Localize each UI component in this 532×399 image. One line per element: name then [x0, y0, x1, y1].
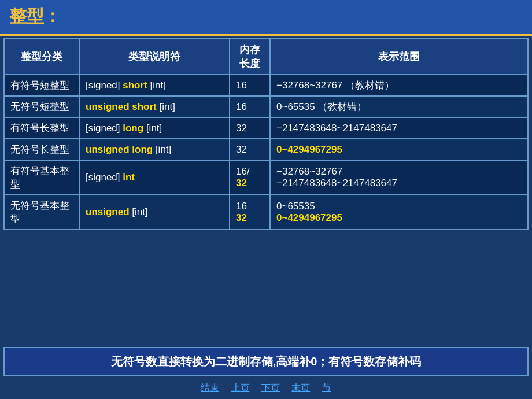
cell-bits: 1632 [230, 195, 270, 230]
cell-bits: 16 [230, 75, 270, 96]
cell-bits: 16/32 [230, 160, 270, 195]
cell-range: 0~4294967295 [270, 139, 528, 160]
table-row: 无符号基本整型 unsigned [int] 1632 0~65535 0~42… [4, 195, 528, 230]
table-row: 有符号短整型 [signed] short [int] 16 −32768~32… [4, 75, 528, 96]
table-header-row: 整型分类 类型说明符 内存长度 表示范围 [4, 39, 528, 75]
cell-category: 有符号基本整型 [4, 160, 79, 195]
cell-category: 有符号长整型 [4, 117, 79, 139]
cell-bits: 16 [230, 96, 270, 117]
cell-type: [signed] short [int] [79, 75, 230, 96]
col-header-type: 类型说明符 [79, 39, 230, 75]
cell-bits: 32 [230, 117, 270, 139]
cell-category: 无符号基本整型 [4, 195, 79, 230]
col-header-category: 整型分类 [4, 39, 79, 75]
cell-range: −2147483648~2147483647 [270, 117, 528, 139]
nav-end[interactable]: 结束 [201, 383, 219, 393]
nav-section[interactable]: 节 [322, 383, 331, 393]
cell-range: −32768~32767 （教材错） [270, 75, 528, 96]
main-content: 整型分类 类型说明符 内存长度 表示范围 有符号短整型 [signed] sho… [0, 36, 532, 399]
cell-type: unsigned short [int] [79, 96, 230, 117]
cell-category: 有符号短整型 [4, 75, 79, 96]
nav-next[interactable]: 下页 [261, 383, 280, 393]
cell-type: [signed] long [int] [79, 117, 230, 139]
title-bar: 整型： [0, 0, 532, 36]
cell-range: −32768~32767 −2147483648~2147483647 [270, 160, 528, 195]
nav-bar: 结束 上页 下页 末页 节 [0, 379, 532, 399]
cell-type: [signed] int [79, 160, 230, 195]
cell-type: unsigned [int] [79, 195, 230, 230]
bottom-note-text: 无符号数直接转换为二进制存储,高端补0；有符号数存储补码 [111, 355, 422, 368]
cell-type: unsigned long [int] [79, 139, 230, 160]
cell-category: 无符号短整型 [4, 96, 79, 117]
cell-range: 0~65535 （教材错） [270, 96, 528, 117]
nav-prev[interactable]: 上页 [231, 383, 250, 393]
table-row: 有符号基本整型 [signed] int 16/32 −32768~32767 … [4, 160, 528, 195]
cell-category: 无符号长整型 [4, 139, 79, 160]
table-row: 无符号长整型 unsigned long [int] 32 0~42949672… [4, 139, 528, 160]
col-header-bits: 内存长度 [230, 39, 270, 75]
app: 整型： 整型分类 类型说明符 内存长度 表示范围 [0, 0, 532, 399]
table-row: 有符号长整型 [signed] long [int] 32 −214748364… [4, 117, 528, 139]
col-header-range: 表示范围 [270, 39, 528, 75]
cell-bits: 32 [230, 139, 270, 160]
nav-last[interactable]: 末页 [291, 383, 310, 393]
page-title: 整型： [9, 6, 61, 25]
table-row: 无符号短整型 unsigned short [int] 16 0~65535 （… [4, 96, 528, 117]
cell-range: 0~65535 0~4294967295 [270, 195, 528, 230]
bottom-note: 无符号数直接转换为二进制存储,高端补0；有符号数存储补码 [3, 347, 529, 376]
integer-types-table: 整型分类 类型说明符 内存长度 表示范围 有符号短整型 [signed] sho… [3, 38, 529, 230]
table-container: 整型分类 类型说明符 内存长度 表示范围 有符号短整型 [signed] sho… [0, 36, 532, 346]
